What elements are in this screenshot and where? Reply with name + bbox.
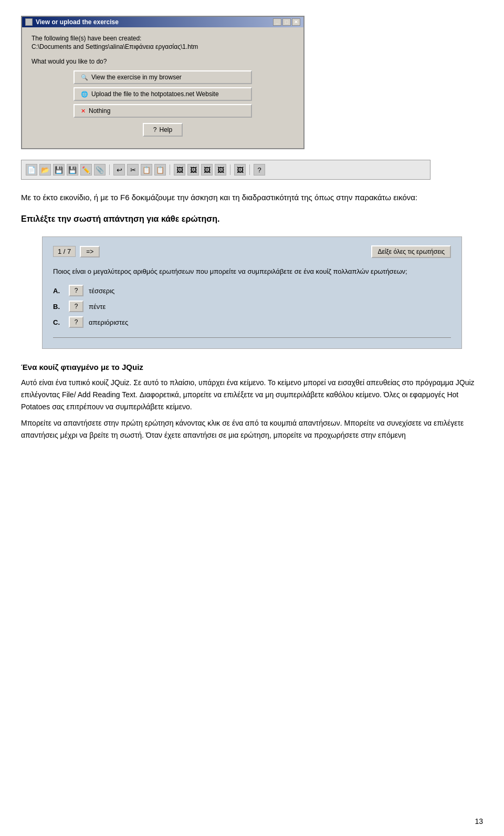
dialog-content: The following file(s) have been created:…: [22, 27, 303, 148]
file-path: C:\Documents and Settings\alina\Επιφάνει…: [32, 43, 294, 50]
quiz-option-text-b: πέντε: [89, 303, 106, 311]
quiz-option-label-a: A.: [53, 287, 64, 295]
quiz-option-text-a: τέσσερις: [89, 287, 114, 295]
toolbar-img1-icon[interactable]: 🖼: [174, 164, 185, 176]
body-paragraph-1: Αυτό είναι ένα τυπικό κουίζ JQuiz. Σε αυ…: [21, 377, 483, 413]
quiz-navigation: 1 / 7 =>: [53, 246, 100, 257]
quiz-option-btn-c[interactable]: ?: [69, 316, 83, 328]
toolbar-copy-icon[interactable]: 📋: [141, 164, 152, 176]
quiz-option-btn-b[interactable]: ?: [69, 301, 83, 312]
minimize-button[interactable]: _: [273, 18, 281, 26]
view-browser-icon: 🔍: [81, 74, 88, 81]
toolbar-img4-icon[interactable]: 🖼: [215, 164, 226, 176]
quiz-option-label-c: C.: [53, 318, 64, 326]
dialog-button-group: 🔍 View the exercise in my browser 🌐 Uplo…: [32, 70, 294, 118]
nothing-label: Nothing: [89, 107, 110, 115]
quiz-option-label-b: B.: [53, 303, 64, 311]
quiz-divider: [53, 337, 451, 338]
help-button[interactable]: ? Help: [143, 123, 183, 137]
quiz-option-text-c: απεριόριστες: [89, 318, 128, 326]
quiz-option-row-a: A. ? τέσσερις: [53, 285, 451, 296]
section-title: Ένα κουίζ φτιαγμένο με το JQuiz: [21, 363, 483, 371]
view-browser-button[interactable]: 🔍 View the exercise in my browser: [74, 70, 252, 84]
dialog-question: What would you like to do?: [32, 58, 294, 65]
quiz-counter: 1 / 7: [53, 246, 76, 257]
quiz-option-row-c: C. ? απεριόριστες: [53, 316, 451, 328]
close-button[interactable]: ✕: [292, 18, 300, 26]
view-browser-label: View the exercise in my browser: [91, 74, 182, 81]
dialog-title-text: View or upload the exercise: [36, 18, 119, 26]
nothing-button[interactable]: ✕ Nothing: [74, 104, 252, 118]
help-icon: ?: [153, 126, 157, 133]
quiz-option-btn-a[interactable]: ?: [69, 285, 83, 296]
toolbar: 📄 📂 💾 💾 ✏️ 📎 ↩ ✂ 📋 📋 🖼 🖼 🖼 🖼 🖼 ?: [21, 160, 430, 180]
quiz-question-text: Ποιος είναι ο μεγαλύτερος αριθμός ερωτήσ…: [53, 266, 451, 277]
toolbar-paste-icon[interactable]: 📋: [154, 164, 166, 176]
help-row: ? Help: [32, 123, 294, 141]
toolbar-open-icon[interactable]: 📂: [39, 164, 51, 176]
toolbar-new-icon[interactable]: 📄: [26, 164, 37, 176]
dialog-title-left: View or upload the exercise: [25, 18, 119, 26]
upload-website-icon: 🌐: [81, 91, 88, 98]
toolbar-preview-icon[interactable]: 🖼: [234, 164, 246, 176]
toolbar-sep1: [109, 164, 110, 175]
toolbar-edit-icon[interactable]: ✏️: [80, 164, 92, 176]
toolbar-undo-icon[interactable]: ↩: [113, 164, 125, 176]
toolbar-attach-icon[interactable]: 📎: [94, 164, 106, 176]
upload-website-button[interactable]: 🌐 Upload the file to the hotpotatoes.net…: [74, 87, 252, 101]
dialog-titlebar: View or upload the exercise _ □ ✕: [22, 17, 303, 27]
quiz-top-row: 1 / 7 => Δείξε όλες τις ερωτήσεις: [53, 245, 451, 258]
quiz-next-arrow[interactable]: =>: [80, 246, 100, 257]
toolbar-save2-icon[interactable]: 💾: [67, 164, 78, 176]
file-created-label: The following file(s) have been created:: [32, 35, 294, 42]
dialog-win-buttons: _ □ ✕: [273, 18, 300, 26]
quiz-demo-box: 1 / 7 => Δείξε όλες τις ερωτήσεις Ποιος …: [42, 236, 462, 349]
quiz-show-all-button[interactable]: Δείξε όλες τις ερωτήσεις: [371, 245, 451, 258]
toolbar-img3-icon[interactable]: 🖼: [201, 164, 213, 176]
page-number: 13: [475, 817, 483, 825]
toolbar-img2-icon[interactable]: 🖼: [187, 164, 199, 176]
toolbar-save-icon[interactable]: 💾: [53, 164, 65, 176]
intro-text: Με το έκτο εικονίδιο, ή με το F6 δοκιμάζ…: [21, 191, 483, 204]
maximize-button[interactable]: □: [282, 18, 291, 26]
toolbar-sep4: [249, 164, 250, 175]
body-paragraph-2: Μπορείτε να απαντήσετε στην πρώτη ερώτησ…: [21, 417, 483, 441]
toolbar-sep3: [230, 164, 230, 175]
dialog-title-icon: [25, 18, 33, 26]
toolbar-help-icon[interactable]: ?: [254, 164, 265, 176]
help-label: Help: [160, 126, 173, 133]
bold-instruction: Επιλέξτε την σωστή απάντηση για κάθε ερώ…: [21, 212, 483, 226]
upload-website-label: Upload the file to the hotpotatoes.net W…: [91, 90, 219, 98]
toolbar-sep2: [170, 164, 170, 175]
dialog-box: View or upload the exercise _ □ ✕ The fo…: [21, 16, 304, 149]
toolbar-cut-icon[interactable]: ✂: [127, 164, 139, 176]
quiz-option-row-b: B. ? πέντε: [53, 301, 451, 312]
dialog-container: View or upload the exercise _ □ ✕ The fo…: [21, 16, 304, 149]
nothing-icon: ✕: [81, 108, 86, 115]
